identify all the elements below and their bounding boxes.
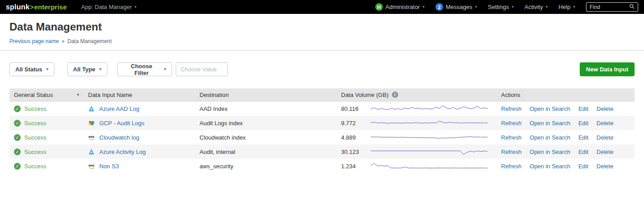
chevron-down-icon: ▾ <box>134 5 137 9</box>
breadcrumb: Previous page name » Data Management <box>9 38 635 50</box>
status-filter-label: All Status <box>15 66 42 73</box>
chevron-down-icon: ▾ <box>164 67 166 71</box>
volume-sparkline <box>371 147 488 156</box>
volume-sparkline <box>371 133 488 142</box>
delete-link[interactable]: Delete <box>596 105 613 112</box>
status-cell: ✓ Success <box>9 163 84 170</box>
aws-icon: aws <box>88 163 96 169</box>
open-in-search-link[interactable]: Open in Search <box>530 163 570 170</box>
name-cell: Azure Activity Log <box>84 149 195 155</box>
delete-link[interactable]: Delete <box>596 120 613 127</box>
user-name-label: Administrator <box>386 4 420 10</box>
data-inputs-table: General Status ▾ Data Input Name Destina… <box>9 88 635 173</box>
volume-value: 9.772 <box>341 120 371 127</box>
edit-link[interactable]: Edit <box>578 163 588 170</box>
data-input-link[interactable]: Cloudwatch log <box>99 134 139 141</box>
app-switcher-menu[interactable]: App: Data Manager ▾ <box>81 4 137 10</box>
topbar: splunk > enterprise App: Data Manager ▾ … <box>0 0 644 14</box>
refresh-link[interactable]: Refresh <box>501 134 522 141</box>
page-title: Data Management <box>9 21 635 33</box>
success-check-icon: ✓ <box>14 105 21 112</box>
activity-menu[interactable]: Activity ▾ <box>524 4 548 10</box>
messages-menu[interactable]: 2 Messages ▾ <box>435 3 477 11</box>
data-input-link[interactable]: Azure Activity Log <box>99 149 146 155</box>
volume-cell: 4.889 <box>337 133 496 142</box>
data-input-link[interactable]: GCP - Audit Logs <box>99 120 144 127</box>
type-filter-dropdown[interactable]: All Type ▾ <box>67 62 107 76</box>
header-general-status-label: General Status <box>14 92 53 98</box>
status-filter-dropdown[interactable]: All Status ▾ <box>9 62 54 76</box>
header-data-volume: Data Volume (GB) i <box>337 92 496 98</box>
choose-filter-dropdown[interactable]: Choose Filter ▾ <box>117 62 172 76</box>
volume-value: 1.234 <box>341 163 371 170</box>
edit-link[interactable]: Edit <box>578 134 588 141</box>
edit-link[interactable]: Edit <box>578 149 588 155</box>
type-filter-label: All Type <box>73 66 96 73</box>
choose-value-input[interactable] <box>176 62 228 76</box>
name-cell: Azure AAD Log <box>84 105 195 112</box>
actions-cell: Refresh Open in Search Edit Delete <box>496 134 635 141</box>
name-cell: GCP - Audit Logs <box>84 120 195 127</box>
breadcrumb-separator: » <box>62 38 65 44</box>
actions-cell: Refresh Open in Search Edit Delete <box>496 149 635 155</box>
header-general-status[interactable]: General Status ▾ <box>9 92 84 98</box>
settings-menu[interactable]: Settings ▾ <box>488 4 514 10</box>
open-in-search-link[interactable]: Open in Search <box>530 105 570 112</box>
refresh-link[interactable]: Refresh <box>501 163 522 170</box>
find-search-box <box>586 2 638 12</box>
breadcrumb-current: Data Management <box>67 38 112 44</box>
refresh-link[interactable]: Refresh <box>501 105 522 112</box>
sort-chevron-down-icon: ▾ <box>77 93 79 97</box>
header-destination: Destination <box>195 92 337 98</box>
find-input[interactable] <box>590 4 627 10</box>
success-check-icon: ✓ <box>14 134 21 141</box>
open-in-search-link[interactable]: Open in Search <box>530 134 570 141</box>
breadcrumb-previous-link[interactable]: Previous page name <box>9 38 59 44</box>
help-menu[interactable]: Help ▾ <box>559 4 575 10</box>
chevron-down-icon: ▾ <box>475 5 477 9</box>
header-data-volume-label: Data Volume (GB) <box>341 92 389 98</box>
edit-link[interactable]: Edit <box>578 105 588 112</box>
name-cell: aws Non S3 <box>84 163 195 170</box>
messages-count-badge: 2 <box>435 3 443 11</box>
destination-cell: aws_security <box>195 163 337 170</box>
azure-icon <box>88 149 96 155</box>
header-actions: Actions <box>496 92 635 98</box>
volume-value: 4.889 <box>341 134 371 141</box>
delete-link[interactable]: Delete <box>596 149 613 155</box>
gcp-icon <box>88 120 96 126</box>
delete-link[interactable]: Delete <box>596 163 613 170</box>
data-input-link[interactable]: Azure AAD Log <box>99 105 139 112</box>
edit-link[interactable]: Edit <box>578 120 588 127</box>
search-icon <box>629 4 635 10</box>
success-check-icon: ✓ <box>14 120 21 127</box>
status-cell: ✓ Success <box>9 134 84 141</box>
delete-link[interactable]: Delete <box>596 134 613 141</box>
info-icon[interactable]: i <box>392 92 398 98</box>
activity-label: Activity <box>524 4 543 10</box>
open-in-search-link[interactable]: Open in Search <box>530 120 570 127</box>
choose-filter-label: Choose Filter <box>123 63 160 76</box>
volume-sparkline <box>371 104 488 113</box>
status-label: Success <box>24 105 46 112</box>
status-label: Success <box>24 163 46 170</box>
filter-bar: All Status ▾ All Type ▾ Choose Filter ▾ … <box>9 62 635 76</box>
messages-label: Messages <box>446 4 472 10</box>
logo-text-splunk: splunk <box>6 3 30 11</box>
refresh-link[interactable]: Refresh <box>501 120 522 127</box>
volume-cell: 9.772 <box>337 118 496 127</box>
table-header-row: General Status ▾ Data Input Name Destina… <box>9 88 635 101</box>
table-row: ✓ Success Azure Activity Log Audit, inte… <box>9 144 635 159</box>
open-in-search-link[interactable]: Open in Search <box>530 149 570 155</box>
refresh-link[interactable]: Refresh <box>501 149 522 155</box>
new-data-input-button[interactable]: New Data Input <box>580 62 635 76</box>
data-input-link[interactable]: Non S3 <box>99 163 119 170</box>
table-row: ✓ Success aws Non S3 aws_security 1.234 … <box>9 159 635 173</box>
status-cell: ✓ Success <box>9 149 84 155</box>
volume-cell: 30.123 <box>337 147 496 156</box>
destination-cell: AAD Index <box>195 105 337 112</box>
user-menu[interactable]: H Administrator ▾ <box>375 3 425 11</box>
svg-text:aws: aws <box>89 164 94 167</box>
header-divider <box>0 50 644 51</box>
splunk-logo[interactable]: splunk > enterprise <box>6 3 67 11</box>
